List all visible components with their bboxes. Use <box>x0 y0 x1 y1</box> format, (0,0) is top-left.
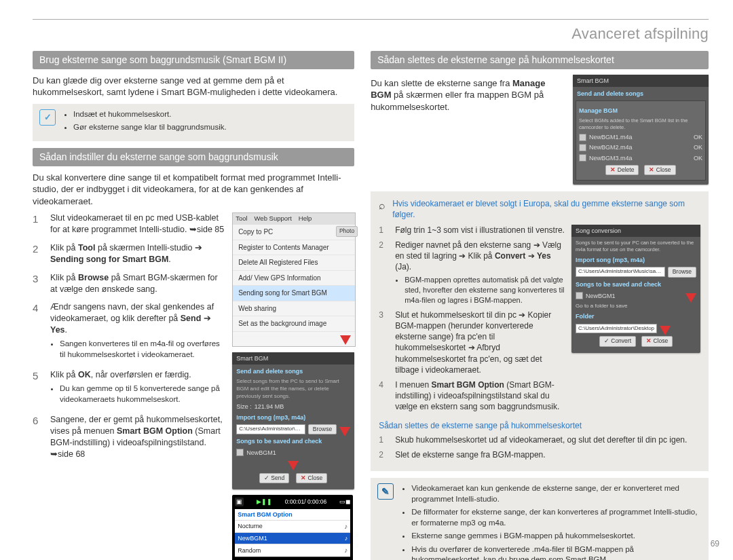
delete-step-1: Skub hukommelseskortet ud af videokamera… <box>395 434 700 445</box>
prereq-list: Indsæt et hukommelseskort. Gør eksterne … <box>62 109 227 136</box>
right-banner: Sådan slettes de eksterne sange på hukom… <box>371 51 709 69</box>
close-button[interactable]: ✕ Close <box>644 165 675 175</box>
intelli-studio-menu: Tool Web Support Help Copy to PC Registe… <box>232 212 356 347</box>
red-arrow-icon <box>340 335 351 345</box>
step-5: Klik på OK, når overførslen er færdig. D… <box>50 369 225 407</box>
exit-row[interactable]: MENUExit <box>235 557 350 560</box>
info-step-1: Følg trin 1~3 som vist i illustrationen … <box>395 225 565 236</box>
panel-hint: Songs to be sent to your PC can be conve… <box>576 240 696 253</box>
manage-row[interactable]: NewBGM2.m4aOK <box>579 143 702 151</box>
final-notes: Videokameraet kan kun genkende de ekster… <box>371 478 709 560</box>
notes-list: Videokameraet kan kun genkende de ekster… <box>400 483 702 560</box>
songs-to-send-label: Songs to be saved and check <box>576 280 696 288</box>
convert-button[interactable]: ✓ Convert <box>599 336 636 346</box>
prereq-item: Indsæt et hukommelseskort. <box>73 109 227 120</box>
red-arrow-icon <box>660 326 671 335</box>
go-label: Go to a folder to save <box>576 303 696 310</box>
panel-title: Smart BGM <box>577 77 609 84</box>
menu-item[interactable]: Register to Contents Manager <box>233 240 355 256</box>
inner-hint: Select BGMs added to the Smart BGM list … <box>579 117 702 131</box>
note-item: Videokameraet kan kun genkende de ekster… <box>411 483 702 504</box>
menu-item[interactable]: Delete All Registered Files <box>233 255 355 271</box>
pen-icon <box>377 483 394 500</box>
close-button[interactable]: ✕ Close <box>296 473 327 483</box>
folder-label: Folder <box>576 312 696 320</box>
checkbox-icon[interactable] <box>576 292 583 299</box>
menu-help[interactable]: Help <box>299 214 312 223</box>
step-4: Ændr sangens navn, der skal genkendes af… <box>50 301 225 362</box>
note-item: Eksterne sange gemmes i BGM-mappen på hu… <box>411 531 702 542</box>
info-step-4: I menuen Smart BGM Option (Smart BGM-ind… <box>395 379 565 413</box>
left-lead-2: Du skal konvertere dine sange til et kom… <box>33 172 354 208</box>
songs-to-send-label: Songs to be saved and check <box>236 437 350 445</box>
smart-bgm-panel: Smart BGM Send and delete songs Select s… <box>232 352 354 489</box>
step-5-sub: Du kan gemme op til 5 konverterede sange… <box>60 384 225 405</box>
checkbox-icon[interactable] <box>236 449 244 456</box>
song-item: NewBGM1 <box>586 292 616 300</box>
note-item: De filformater for eksterne sange, der k… <box>411 507 702 528</box>
magnifier-icon <box>379 198 386 213</box>
info-steps: 1Følg trin 1~3 som vist i illustrationen… <box>379 225 565 413</box>
right-lead-area: Du kan slette de eksterne sange fra Mana… <box>371 75 709 185</box>
send-button[interactable]: ✓ Send <box>259 473 289 483</box>
bgm-option-row-selected[interactable]: NewBGM1♪ <box>235 532 350 544</box>
info-step-3: Slut et hukommelseskort til din pc ➔ Kop… <box>395 310 565 375</box>
film-icon: ▣ <box>235 498 244 506</box>
page-title: Avanceret afspilning <box>33 24 709 44</box>
red-arrow-icon <box>685 293 696 303</box>
bgm-option-row[interactable]: Nocturne♪ <box>235 520 350 533</box>
manage-row[interactable]: NewBGM1.m4aOK <box>579 133 702 141</box>
playback-overlay: ▣ ▶❚❚ 0:00:01/ 0:00:06 ▭◼ Smart BGM Opti… <box>232 495 353 560</box>
import-label: Import song (mp3, m4a) <box>236 413 350 422</box>
step-6: Sangene, der er gemt på hukommelseskorte… <box>50 414 225 460</box>
photo-chip: Photo <box>336 226 358 236</box>
two-column-layout: Brug eksterne sange som baggrundsmusik (… <box>33 51 709 560</box>
delete-button[interactable]: ✕ Delete <box>605 165 639 175</box>
menu-websupport[interactable]: Web Support <box>255 214 292 223</box>
song-item: NewBGM1 <box>246 449 276 457</box>
panel-section: Send and delete songs <box>236 367 350 375</box>
left-column: Brug eksterne sange som baggrundsmusik (… <box>33 51 354 560</box>
folder-path-field[interactable]: C:\Users\Administrator\Desktop <box>576 324 657 334</box>
step-2: Klik på Tool på skærmen Intelli-studio ➔… <box>50 242 225 265</box>
prereq-callout: Indsæt et hukommelseskort. Gør eksterne … <box>33 104 354 141</box>
menu-item[interactable]: Add/ View GPS Information <box>233 271 355 286</box>
step-3: Klik på Browse på Smart BGM-skærmen for … <box>50 272 225 295</box>
size-label: Size : <box>236 403 252 411</box>
import-path-field[interactable]: C:\Users\Administrator\Music\sample.m4a <box>236 424 305 434</box>
menu-item-sending-song[interactable]: Sending song for Smart BGM <box>233 286 355 301</box>
size-value: 121.94 MB <box>255 403 284 411</box>
bgm-option-row[interactable]: Random♪ <box>235 544 350 557</box>
manual-page: Avanceret afspilning Brug eksterne sange… <box>0 0 733 560</box>
right-column: Sådan slettes de eksterne sange på hukom… <box>371 51 709 560</box>
panel-hint: Select songs from the PC to send to Smar… <box>236 378 350 400</box>
import-path-field[interactable]: C:\Users\Administrator\Music\sample.m4a <box>576 267 665 277</box>
page-number: 69 <box>711 538 719 549</box>
delete-step-2: Slet de eksterne sange fra BGM-mappen. <box>395 449 700 460</box>
note-item: Hvis du overfører de konverterede .m4a-f… <box>411 544 702 560</box>
panel-title: Song conversion <box>571 225 700 237</box>
browse-button[interactable]: Browse <box>308 424 337 434</box>
step-1: Slut videokameraet til en pc med USB-kab… <box>50 212 225 236</box>
left-intro: Du kan glæde dig over eksterne sange ved… <box>33 75 354 98</box>
left-steps: 1Slut videokameraet til en pc med USB-ka… <box>33 212 225 460</box>
delete-steps: 1Skub hukommelseskortet ud af videokamer… <box>379 434 700 460</box>
close-button[interactable]: ✕ Close <box>641 336 673 346</box>
info-lead: Hvis videokameraet er blevet solgt i Eur… <box>392 198 700 220</box>
smart-bgm-option-title: Smart BGM Option <box>235 509 350 520</box>
top-rule <box>33 19 709 20</box>
europe-infobox: Hvis videokameraet er blevet solgt i Eur… <box>371 191 709 471</box>
left-steps-area: 1Slut videokameraet til en pc med USB-ka… <box>33 212 354 560</box>
prereq-item: Gør eksterne sange klar til baggrundsmus… <box>73 122 227 133</box>
battery-icon: ▭◼ <box>339 498 350 506</box>
menu-item[interactable]: Set as the background image <box>233 316 355 332</box>
manage-row[interactable]: NewBGM3.m4aOK <box>579 154 702 162</box>
song-conversion-panel: Song conversion Songs to be sent to your… <box>571 225 700 353</box>
left-banner-2: Sådan indstiller du eksterne sange som b… <box>33 148 354 166</box>
menu-tool[interactable]: Tool <box>236 214 247 223</box>
left-screenshots: Tool Web Support Help Copy to PC Registe… <box>232 212 354 560</box>
browse-button[interactable]: Browse <box>668 267 696 277</box>
menu-item[interactable]: Web sharing <box>233 301 355 317</box>
play-time: 0:00:01/ 0:00:06 <box>285 498 326 506</box>
import-label: Import song (mp3, m4a) <box>576 256 696 264</box>
